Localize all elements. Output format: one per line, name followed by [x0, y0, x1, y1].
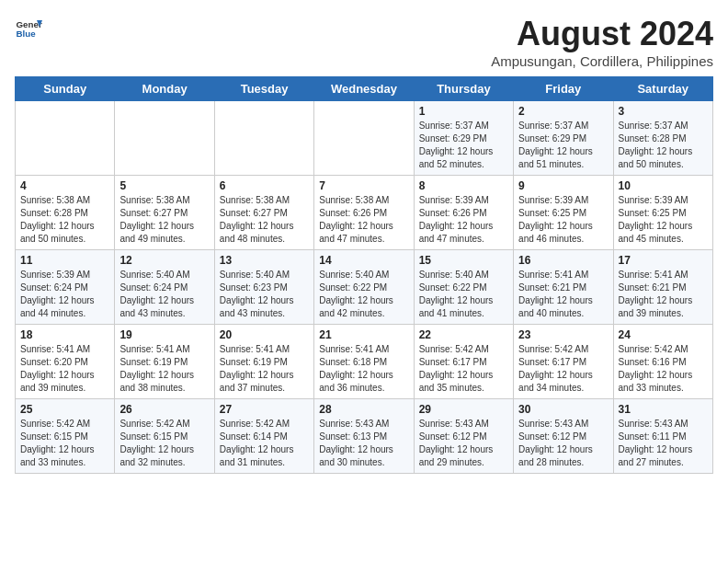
day-number: 31	[619, 403, 708, 416]
calendar-cell	[16, 101, 115, 176]
calendar-cell: 29Sunrise: 5:43 AM Sunset: 6:12 PM Dayli…	[414, 399, 513, 474]
calendar-cell: 30Sunrise: 5:43 AM Sunset: 6:12 PM Dayli…	[514, 399, 613, 474]
day-number: 17	[619, 254, 708, 267]
calendar-cell: 1Sunrise: 5:37 AM Sunset: 6:29 PM Daylig…	[414, 101, 513, 176]
day-content: Sunrise: 5:38 AM Sunset: 6:27 PM Dayligh…	[220, 194, 309, 246]
page-header: General Blue August 2024 Ampusungan, Cor…	[15, 15, 713, 69]
day-content: Sunrise: 5:41 AM Sunset: 6:19 PM Dayligh…	[119, 343, 209, 395]
day-number: 22	[419, 328, 508, 341]
day-content: Sunrise: 5:38 AM Sunset: 6:28 PM Dayligh…	[20, 194, 109, 246]
day-content: Sunrise: 5:40 AM Sunset: 6:23 PM Dayligh…	[220, 269, 309, 320]
calendar-cell: 15Sunrise: 5:40 AM Sunset: 6:22 PM Dayli…	[414, 250, 513, 325]
calendar-week-5: 25Sunrise: 5:42 AM Sunset: 6:15 PM Dayli…	[16, 399, 713, 474]
calendar-cell: 18Sunrise: 5:41 AM Sunset: 6:20 PM Dayli…	[16, 325, 115, 399]
calendar-cell	[314, 101, 414, 176]
calendar-week-2: 4Sunrise: 5:38 AM Sunset: 6:28 PM Daylig…	[16, 176, 713, 250]
logo: General Blue	[15, 15, 42, 42]
calendar-cell: 24Sunrise: 5:42 AM Sunset: 6:16 PM Dayli…	[613, 325, 712, 399]
calendar-cell: 2Sunrise: 5:37 AM Sunset: 6:29 PM Daylig…	[514, 101, 613, 176]
calendar-cell: 19Sunrise: 5:41 AM Sunset: 6:19 PM Dayli…	[115, 325, 214, 399]
day-number: 24	[619, 328, 708, 341]
weekday-header-saturday: Saturday	[613, 77, 712, 101]
day-content: Sunrise: 5:42 AM Sunset: 6:16 PM Dayligh…	[619, 343, 708, 395]
calendar-cell: 13Sunrise: 5:40 AM Sunset: 6:23 PM Dayli…	[214, 250, 313, 325]
calendar-week-3: 11Sunrise: 5:39 AM Sunset: 6:24 PM Dayli…	[16, 250, 713, 325]
calendar-cell: 27Sunrise: 5:42 AM Sunset: 6:14 PM Dayli…	[214, 399, 313, 474]
day-content: Sunrise: 5:41 AM Sunset: 6:21 PM Dayligh…	[619, 269, 708, 320]
day-content: Sunrise: 5:38 AM Sunset: 6:27 PM Dayligh…	[119, 194, 209, 246]
svg-text:Blue: Blue	[17, 29, 37, 39]
day-content: Sunrise: 5:41 AM Sunset: 6:21 PM Dayligh…	[518, 269, 608, 320]
calendar-subtitle: Ampusungan, Cordillera, Philippines	[491, 53, 713, 69]
day-number: 8	[419, 179, 508, 192]
calendar-cell	[115, 101, 214, 176]
day-content: Sunrise: 5:42 AM Sunset: 6:15 PM Dayligh…	[20, 418, 109, 469]
calendar-cell	[214, 101, 313, 176]
day-content: Sunrise: 5:41 AM Sunset: 6:19 PM Dayligh…	[220, 343, 309, 395]
logo-icon: General Blue	[15, 15, 42, 42]
day-content: Sunrise: 5:43 AM Sunset: 6:12 PM Dayligh…	[518, 418, 608, 469]
day-number: 13	[220, 254, 309, 267]
day-content: Sunrise: 5:37 AM Sunset: 6:29 PM Dayligh…	[518, 120, 608, 171]
day-content: Sunrise: 5:42 AM Sunset: 6:17 PM Dayligh…	[419, 343, 508, 395]
day-number: 15	[419, 254, 508, 267]
day-content: Sunrise: 5:39 AM Sunset: 6:26 PM Dayligh…	[419, 194, 508, 246]
calendar-cell: 6Sunrise: 5:38 AM Sunset: 6:27 PM Daylig…	[214, 176, 313, 250]
day-number: 21	[319, 328, 408, 341]
day-content: Sunrise: 5:40 AM Sunset: 6:22 PM Dayligh…	[319, 269, 408, 320]
day-number: 23	[518, 328, 608, 341]
day-content: Sunrise: 5:37 AM Sunset: 6:29 PM Dayligh…	[419, 120, 508, 171]
day-content: Sunrise: 5:43 AM Sunset: 6:12 PM Dayligh…	[419, 418, 508, 469]
weekday-header-row: SundayMondayTuesdayWednesdayThursdayFrid…	[16, 77, 713, 101]
day-number: 26	[119, 403, 209, 416]
day-number: 10	[619, 179, 708, 192]
calendar-cell: 11Sunrise: 5:39 AM Sunset: 6:24 PM Dayli…	[16, 250, 115, 325]
calendar-table: SundayMondayTuesdayWednesdayThursdayFrid…	[15, 76, 713, 474]
day-content: Sunrise: 5:43 AM Sunset: 6:13 PM Dayligh…	[319, 418, 408, 469]
calendar-cell: 20Sunrise: 5:41 AM Sunset: 6:19 PM Dayli…	[214, 325, 313, 399]
calendar-cell: 14Sunrise: 5:40 AM Sunset: 6:22 PM Dayli…	[314, 250, 414, 325]
weekday-header-sunday: Sunday	[16, 77, 115, 101]
weekday-header-friday: Friday	[514, 77, 613, 101]
day-content: Sunrise: 5:42 AM Sunset: 6:15 PM Dayligh…	[119, 418, 209, 469]
day-content: Sunrise: 5:42 AM Sunset: 6:17 PM Dayligh…	[518, 343, 608, 395]
day-number: 29	[419, 403, 508, 416]
day-content: Sunrise: 5:43 AM Sunset: 6:11 PM Dayligh…	[619, 418, 708, 469]
day-number: 6	[220, 179, 309, 192]
day-number: 2	[518, 105, 608, 118]
calendar-cell: 23Sunrise: 5:42 AM Sunset: 6:17 PM Dayli…	[514, 325, 613, 399]
calendar-cell: 26Sunrise: 5:42 AM Sunset: 6:15 PM Dayli…	[115, 399, 214, 474]
day-content: Sunrise: 5:41 AM Sunset: 6:20 PM Dayligh…	[20, 343, 109, 395]
day-number: 14	[319, 254, 408, 267]
calendar-cell: 4Sunrise: 5:38 AM Sunset: 6:28 PM Daylig…	[16, 176, 115, 250]
day-number: 27	[220, 403, 309, 416]
day-number: 11	[20, 254, 109, 267]
day-number: 18	[20, 328, 109, 341]
day-number: 19	[119, 328, 209, 341]
day-number: 16	[518, 254, 608, 267]
day-number: 30	[518, 403, 608, 416]
day-number: 4	[20, 179, 109, 192]
day-number: 9	[518, 179, 608, 192]
day-number: 12	[119, 254, 209, 267]
day-number: 5	[119, 179, 209, 192]
day-content: Sunrise: 5:39 AM Sunset: 6:25 PM Dayligh…	[619, 194, 708, 246]
title-section: August 2024 Ampusungan, Cordillera, Phil…	[491, 15, 713, 69]
calendar-cell: 28Sunrise: 5:43 AM Sunset: 6:13 PM Dayli…	[314, 399, 414, 474]
weekday-header-tuesday: Tuesday	[214, 77, 313, 101]
calendar-cell: 10Sunrise: 5:39 AM Sunset: 6:25 PM Dayli…	[613, 176, 712, 250]
calendar-cell: 3Sunrise: 5:37 AM Sunset: 6:28 PM Daylig…	[613, 101, 712, 176]
calendar-cell: 22Sunrise: 5:42 AM Sunset: 6:17 PM Dayli…	[414, 325, 513, 399]
day-content: Sunrise: 5:39 AM Sunset: 6:24 PM Dayligh…	[20, 269, 109, 320]
day-number: 7	[319, 179, 408, 192]
calendar-cell: 25Sunrise: 5:42 AM Sunset: 6:15 PM Dayli…	[16, 399, 115, 474]
calendar-title: August 2024	[491, 15, 713, 53]
calendar-cell: 7Sunrise: 5:38 AM Sunset: 6:26 PM Daylig…	[314, 176, 414, 250]
day-number: 20	[220, 328, 309, 341]
calendar-cell: 12Sunrise: 5:40 AM Sunset: 6:24 PM Dayli…	[115, 250, 214, 325]
calendar-cell: 21Sunrise: 5:41 AM Sunset: 6:18 PM Dayli…	[314, 325, 414, 399]
calendar-cell: 8Sunrise: 5:39 AM Sunset: 6:26 PM Daylig…	[414, 176, 513, 250]
day-content: Sunrise: 5:39 AM Sunset: 6:25 PM Dayligh…	[518, 194, 608, 246]
day-content: Sunrise: 5:42 AM Sunset: 6:14 PM Dayligh…	[220, 418, 309, 469]
weekday-header-monday: Monday	[115, 77, 214, 101]
